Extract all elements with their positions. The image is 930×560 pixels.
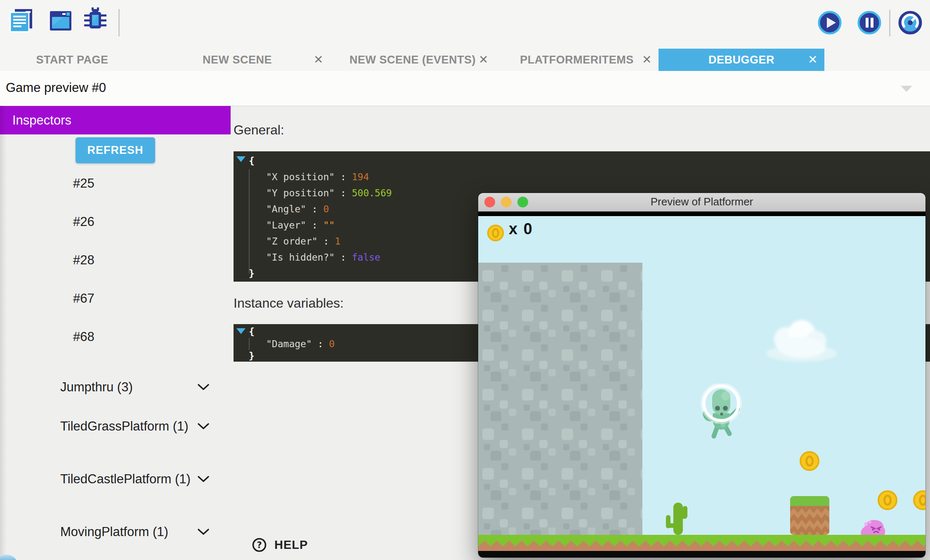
inspector-item[interactable]: #67 [73,290,94,307]
open-window-icon[interactable] [47,7,74,35]
tab-new-scene[interactable]: NEW SCENE✕ [144,49,330,71]
coin-sprite [913,490,925,511]
instance-variables-label: Instance variables: [234,296,344,311]
tab-debugger[interactable]: DEBUGGER✕ [659,49,824,71]
help-button[interactable]: ? HELP [252,536,308,553]
tab-label: PLATFORMERITEMS [520,54,633,66]
chevron-down-icon[interactable] [197,384,210,391]
svg-text:?: ? [257,540,262,550]
game-preview-selector[interactable]: Game preview #0 [0,71,930,106]
tab-label: START PAGE [36,54,108,66]
profiler-gauge-icon[interactable] [898,11,925,40]
gdevelop-debugger-screen: START PAGENEW SCENE✕NEW SCENE (EVENTS)✕P… [0,0,930,560]
inspector-item[interactable]: #68 [73,329,94,345]
code-line: { [234,153,930,169]
tab-bar: START PAGENEW SCENE✕NEW SCENE (EVENTS)✕P… [0,49,930,71]
play-icon[interactable] [817,10,845,39]
tab-platformeritems[interactable]: PLATFORMERITEMS✕ [495,49,659,71]
tiled-castle-wall [478,263,642,535]
tab-close-icon[interactable]: ✕ [479,49,489,71]
ground-platform [478,535,925,551]
player-character-sprite [696,384,746,441]
inspector-item[interactable]: #26 [73,214,94,230]
inspectors-header: Inspectors [0,106,231,134]
tab-label: NEW SCENE (EVENTS) [349,54,476,66]
toolbar-divider [889,10,890,36]
inspector-group-label: MovingPlatform (1) [60,524,204,540]
game-preview-label: Game preview #0 [6,71,106,105]
refresh-button[interactable]: REFRESH [76,137,155,163]
chevron-down-icon[interactable] [197,475,210,483]
coin-sprite [877,490,898,511]
tab-new-scene-events-[interactable]: NEW SCENE (EVENTS)✕ [330,49,495,71]
coin-counter: x 0 [509,220,533,238]
preview-window[interactable]: Preview of Platformer x 0 [478,193,925,558]
tab-close-icon[interactable]: ✕ [808,49,818,71]
chevron-down-icon[interactable] [901,86,912,92]
inspector-group-label: TiledCastlePlatform (1) [60,471,204,487]
inspectors-title: Inspectors [12,106,71,134]
chevron-down-icon[interactable] [197,423,210,430]
cloud-sprite [762,318,841,363]
inspector-group[interactable]: TiledGrassPlatform (1) [60,418,221,435]
preview-window-titlebar[interactable]: Preview of Platformer [478,193,925,212]
hud-coin-icon [486,224,505,242]
tab-label: NEW SCENE [203,54,272,66]
floating-button-peek[interactable] [0,555,18,560]
export-project-icon[interactable] [8,7,35,35]
inspector-group[interactable]: TiledCastlePlatform (1) [60,471,221,487]
general-section-label: General: [234,122,284,138]
inspector-group[interactable]: MovingPlatform (1) [60,524,221,540]
chevron-down-icon[interactable] [197,528,210,536]
inspector-group-label: TiledGrassPlatform (1) [60,418,204,435]
main-toolbar [0,0,930,49]
inspector-item[interactable]: #28 [73,252,94,268]
tab-close-icon[interactable]: ✕ [642,49,652,71]
debugger-bug-icon[interactable] [82,7,109,35]
inspector-group-label: Jumpthru (3) [60,379,204,395]
sidebar-shadow [0,106,7,560]
cactus-sprite [665,502,689,535]
code-line: "X position" : 194 [234,169,930,185]
toolbar-divider [118,9,120,36]
letterbox-strip [478,212,925,216]
slime-enemy-sprite [859,518,886,536]
inspector-item[interactable]: #25 [73,175,94,192]
tab-start-page[interactable]: START PAGE [0,49,144,71]
inspector-group[interactable]: Jumpthru (3) [60,379,221,395]
preview-window-title: Preview of Platformer [478,193,925,211]
help-label: HELP [274,538,308,552]
tab-close-icon[interactable]: ✕ [314,49,323,71]
coin-sprite [799,451,820,471]
pause-icon[interactable] [857,10,884,39]
grass-platform-block [790,496,829,535]
help-circle-icon: ? [252,537,267,553]
game-viewport[interactable]: x 0 [478,216,925,551]
tab-label: DEBUGGER [708,54,774,66]
